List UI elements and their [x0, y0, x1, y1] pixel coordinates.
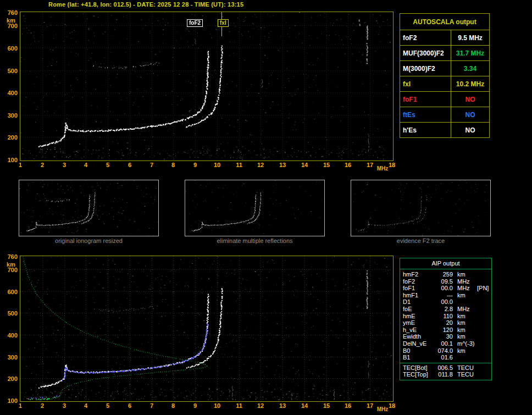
aip-row-e: [PN]	[476, 285, 491, 292]
x-tick-label: 1	[15, 162, 26, 168]
aip-row-e	[476, 327, 491, 334]
x-tick-label: 11	[234, 402, 245, 409]
x-tick-label: 10	[212, 162, 223, 168]
autoscala-row-label: foF2	[400, 30, 451, 46]
aip-row-u: m^(-3)	[453, 340, 476, 347]
aip-row-e	[476, 340, 491, 347]
aip-row-v: 2.8	[434, 306, 453, 313]
aip-row-e	[476, 371, 491, 378]
aip-row-v: ---	[434, 292, 453, 299]
x-tick-label: 6	[124, 162, 135, 168]
x-tick-label: 7	[146, 402, 157, 409]
aip-table-row: B101.6	[400, 354, 491, 361]
aip-table-row: Ewidth30km	[400, 333, 491, 340]
autoscala-table-title: AUTOSCALA output	[400, 14, 490, 30]
x-tick-label: 15	[321, 162, 332, 168]
aip-table-row: foF209.5MHz	[400, 278, 491, 285]
aip-table-row: hmE110km	[400, 313, 491, 320]
thumbnail-original-ionogram	[19, 180, 159, 236]
x-tick-label: 5	[102, 402, 113, 409]
fxI-marker-label: fxI	[218, 19, 229, 27]
y-tick-label: 760	[1, 9, 18, 16]
aip-row-v: 011.8	[434, 371, 453, 378]
aip-table-row: foF100.0MHz[PN]	[400, 285, 491, 292]
thumbnail-multiples-removed	[185, 180, 325, 236]
x-tick-label: 4	[80, 162, 91, 168]
aip-row-n: ymE	[400, 319, 434, 327]
thumbnail-original-canvas	[19, 180, 158, 236]
x-tick-label: 10	[212, 402, 223, 409]
y-tick-label: 760	[1, 253, 18, 260]
autoscala-row-value: 9.5 MHz	[451, 30, 490, 46]
aip-row-v: 09.5	[434, 278, 453, 285]
y-tick-label: 600	[1, 45, 18, 52]
aip-table-row: hmF1---km	[400, 292, 491, 299]
aip-row-n: B0	[400, 347, 434, 355]
x-tick-label: 14	[299, 162, 310, 168]
y-tick-label: 400	[1, 332, 18, 339]
x-tick-label: 11	[234, 162, 245, 168]
aip-row-n: hmE	[400, 313, 434, 320]
aip-row-v: 006.5	[434, 364, 453, 372]
y-tick-label: 500	[1, 68, 18, 74]
aip-row-e	[476, 347, 491, 355]
aip-row-u: MHz	[453, 278, 476, 285]
autoscala-app: Rome (lat: +41.8, lon: 012.5) - DATE: 20…	[0, 0, 532, 415]
aip-table-rows: hmF2259kmfoF209.5MHzfoF100.0MHz[PN]hmF1-…	[400, 269, 491, 361]
x-tick-label: 2	[37, 402, 48, 409]
autoscala-table-row: h'EsNO	[400, 123, 490, 138]
aip-row-e	[476, 278, 491, 285]
x-tick-label: 9	[190, 402, 201, 409]
aip-row-v: 259	[434, 271, 453, 278]
aip-table-row: B0074.0km	[400, 347, 491, 355]
y-tick-label: 300	[1, 354, 18, 361]
aip-row-v: 00.1	[434, 340, 453, 347]
aip-row-e	[476, 298, 491, 306]
autoscala-table-row: foF1NO	[400, 92, 490, 107]
bottom-ionogram-plot	[20, 256, 394, 402]
y-tick-label: 200	[1, 134, 18, 141]
aip-table-row: h_vE120km	[400, 327, 491, 334]
aip-row-n: foF2	[400, 278, 434, 285]
aip-row-e	[476, 364, 491, 372]
aip-tec-rows: TEC[Bot]006.5TECUTEC[Top]011.8TECU	[400, 364, 491, 380]
aip-row-v: 120	[434, 327, 453, 334]
thumbnail-f2-evidence-canvas	[351, 180, 490, 236]
aip-table-row: ymE20km	[400, 319, 491, 327]
y-axis-unit-label: km	[1, 261, 15, 268]
aip-row-e	[476, 292, 491, 299]
aip-row-e	[476, 354, 491, 361]
thumbnail-multiples-removed-canvas	[185, 180, 324, 236]
aip-table-row: TEC[Bot]006.5TECU	[400, 364, 491, 372]
aip-row-n: Ewidth	[400, 333, 434, 340]
aip-row-e	[476, 271, 491, 278]
aip-row-e	[476, 333, 491, 340]
aip-row-n: TEC[Bot]	[400, 364, 434, 372]
aip-row-u: TECU	[453, 371, 476, 378]
autoscala-row-value: NO	[451, 123, 490, 138]
autoscala-row-label: h'Es	[400, 123, 451, 138]
top-ionogram-plot: foF2 fxI	[20, 12, 394, 161]
aip-row-n: DelN_vE	[400, 340, 434, 347]
y-tick-label: 500	[1, 310, 18, 317]
aip-row-n: foF1	[400, 285, 434, 292]
x-tick-label: 8	[168, 402, 179, 409]
y-tick-label: 600	[1, 289, 18, 295]
x-tick-label: 2	[37, 162, 48, 168]
autoscala-table-row: ftEsNO	[400, 107, 490, 123]
x-tick-label: 6	[124, 402, 135, 409]
aip-row-n: D1	[400, 298, 434, 306]
aip-row-v: 01.6	[434, 354, 453, 361]
thumbnail-f2-evidence	[351, 180, 491, 236]
aip-row-u: km	[453, 271, 476, 278]
bottom-ionogram-canvas	[20, 256, 392, 400]
x-tick-label: 3	[59, 402, 70, 409]
x-tick-label: 16	[342, 402, 353, 409]
x-tick-label: 16	[342, 162, 353, 168]
aip-row-v: 00.0	[434, 285, 453, 292]
aip-table-title: AIP output	[400, 258, 491, 269]
thumbnail-caption-multiples: eliminate multiple reflections	[185, 237, 325, 244]
thumbnail-caption-original: original ionogram resized	[19, 237, 159, 244]
aip-row-u: MHz	[453, 306, 476, 313]
aip-row-e	[476, 306, 491, 313]
